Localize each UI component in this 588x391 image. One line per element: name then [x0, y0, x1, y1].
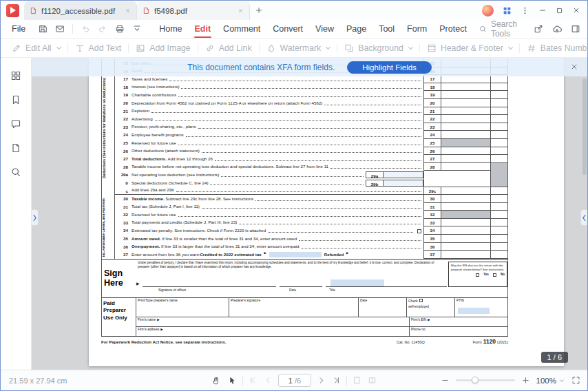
firm-ein-cell[interactable]: Firm's EIN	[409, 317, 507, 326]
form-2220-checkbox[interactable]	[417, 229, 421, 233]
comments-icon[interactable]	[10, 118, 21, 129]
last-page-icon[interactable]	[332, 376, 341, 385]
mail-icon[interactable]	[55, 24, 65, 34]
sign-date-line[interactable]	[280, 269, 322, 287]
menu-protect[interactable]: Protect	[433, 20, 473, 38]
line-29b-field[interactable]	[384, 180, 423, 187]
app-logo-icon[interactable]	[6, 4, 19, 17]
amount-field[interactable]	[441, 226, 491, 235]
amount-field[interactable]	[441, 163, 491, 171]
amount-field[interactable]	[441, 219, 491, 227]
watermark-button[interactable]: Watermark	[260, 43, 337, 53]
menu-page[interactable]: Page	[340, 20, 372, 38]
cloud-upload-icon[interactable]	[552, 24, 562, 34]
share-icon[interactable]	[534, 24, 543, 34]
amount-field[interactable]	[441, 251, 491, 259]
amount-field[interactable]	[441, 179, 491, 187]
line-29a-field[interactable]	[384, 171, 423, 178]
amount-field[interactable]	[441, 243, 491, 251]
amount-field[interactable]	[441, 235, 491, 243]
officer-signature-line[interactable]	[143, 269, 276, 287]
left-panel-handle[interactable]	[32, 209, 39, 226]
select-cursor-icon[interactable]	[227, 376, 237, 385]
more-menu-icon[interactable]	[521, 6, 529, 15]
amount-field[interactable]	[441, 107, 491, 116]
amount-field[interactable]	[441, 211, 491, 219]
amount-field[interactable]	[441, 99, 491, 107]
tab-f1120_accessible.pdf[interactable]: f1120_accessible.pdf	[24, 1, 137, 20]
page-icon[interactable]	[10, 142, 21, 154]
minimize-button[interactable]	[538, 6, 547, 14]
irs-no-checkbox[interactable]	[493, 273, 496, 277]
zoom-slider[interactable]	[456, 379, 515, 381]
firm-name-cell[interactable]: Firm's name	[136, 317, 409, 326]
zoom-level-dropdown[interactable]: 100%	[536, 377, 565, 385]
document-viewport[interactable]: Deductions (See instructions for limitat…	[32, 58, 587, 370]
add-text-button[interactable]: Add Text	[68, 43, 129, 53]
preparer-name-cell[interactable]: Print/Type preparer's name	[136, 298, 229, 317]
right-panel-handle[interactable]	[580, 209, 587, 226]
edit-all-button[interactable]: Edit All	[5, 43, 67, 53]
phone-cell[interactable]: Phone no.	[409, 327, 507, 336]
undo-icon[interactable]	[81, 24, 90, 34]
add-link-button[interactable]: Add Link	[198, 43, 259, 53]
prev-page-icon[interactable]	[264, 376, 273, 385]
amount-field[interactable]	[441, 139, 491, 147]
menu-comment[interactable]: Comment	[217, 20, 266, 38]
menu-home[interactable]: Home	[153, 20, 188, 38]
tab-close-icon[interactable]	[125, 8, 131, 14]
page-number-input[interactable]: 1 /6	[278, 374, 311, 387]
fit-page-button[interactable]	[571, 376, 580, 385]
zoom-slider-thumb[interactable]	[472, 377, 479, 383]
menu-file[interactable]: File	[6, 24, 34, 34]
irs-yes-checkbox[interactable]	[476, 273, 479, 277]
amount-field[interactable]	[441, 203, 491, 211]
header-footer-button[interactable]: Header & Footer	[420, 43, 519, 53]
add-image-button[interactable]: Add Image	[129, 43, 197, 53]
single-page-icon[interactable]	[353, 376, 361, 385]
firm-address-cell[interactable]: Firm's address	[136, 327, 409, 336]
preparer-date-cell[interactable]: Date	[358, 298, 406, 317]
amount-field[interactable]	[441, 123, 491, 131]
credited-amount-field[interactable]	[269, 252, 322, 257]
amount-field[interactable]	[441, 171, 491, 179]
amount-field[interactable]	[441, 83, 491, 92]
amount-field[interactable]	[441, 155, 491, 163]
new-tab-button[interactable]	[250, 1, 268, 20]
menu-tool[interactable]: Tool	[372, 20, 401, 38]
amount-field[interactable]	[441, 91, 491, 99]
search-tools-button[interactable]: Search Tools	[473, 19, 529, 39]
avatar[interactable]	[482, 5, 494, 17]
menu-convert[interactable]: Convert	[266, 20, 309, 38]
apps-grid-icon[interactable]	[503, 6, 512, 15]
amount-field[interactable]	[441, 195, 491, 203]
amount-field[interactable]	[441, 187, 491, 196]
preparer-signature-cell[interactable]: Preparer's signature	[229, 298, 358, 317]
zoom-out-button[interactable]	[441, 376, 450, 385]
reading-panel-icon[interactable]	[571, 24, 580, 34]
ptin-form-field[interactable]	[458, 308, 490, 314]
book-view-icon[interactable]	[368, 376, 377, 385]
bookmarks-icon[interactable]	[10, 94, 21, 105]
amount-field[interactable]	[441, 131, 491, 139]
first-page-icon[interactable]	[249, 376, 258, 385]
background-button[interactable]: Background	[337, 43, 419, 53]
search-pages-icon[interactable]	[10, 167, 21, 178]
amount-field[interactable]	[441, 147, 491, 156]
next-page-icon[interactable]	[317, 376, 326, 385]
title-form-field[interactable]	[330, 279, 384, 286]
self-employed-checkbox[interactable]	[419, 299, 423, 302]
print-icon[interactable]	[115, 24, 125, 34]
close-button[interactable]	[572, 6, 580, 14]
menu-edit[interactable]: Edit	[189, 20, 218, 38]
amount-field[interactable]	[441, 115, 491, 123]
save-icon[interactable]	[38, 24, 48, 34]
highlight-fields-button[interactable]: Highlight Fields	[347, 61, 432, 74]
maximize-button[interactable]	[556, 7, 563, 14]
collapse-toolbar-icon[interactable]	[132, 24, 142, 34]
tab-close-icon[interactable]	[238, 8, 244, 14]
redo-icon[interactable]	[98, 24, 107, 34]
notification-close-icon[interactable]	[570, 63, 578, 71]
bates-number-button[interactable]: Bates Number	[520, 43, 588, 53]
zoom-in-button[interactable]	[521, 376, 530, 385]
